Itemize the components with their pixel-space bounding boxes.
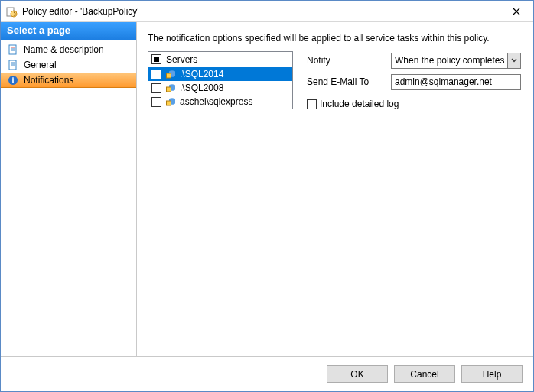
svg-rect-14 — [167, 73, 171, 78]
sidebar-item-general[interactable]: General — [1, 57, 136, 73]
notify-value: When the policy completes — [392, 55, 507, 66]
server-checkbox[interactable] — [151, 83, 161, 93]
server-checkbox[interactable]: ✓ — [151, 70, 161, 79]
servers-list: Servers ✓ .\SQL2014 .\SQL — [148, 51, 293, 109]
include-log-label: Include detailed log — [320, 99, 399, 109]
sidebar-item-label: Name & description — [24, 44, 104, 55]
window-title: Policy editor - 'BackupPolicy' — [22, 6, 500, 17]
sidebar-item-name-description[interactable]: Name & description — [1, 42, 136, 57]
email-field[interactable] — [391, 74, 521, 90]
server-name: .\SQL2008 — [180, 83, 223, 93]
footer: OK Cancel Help — [1, 356, 533, 391]
app-icon — [5, 5, 18, 18]
sidebar-item-label: General — [24, 60, 57, 70]
server-name: .\SQL2014 — [180, 69, 223, 79]
page-icon — [7, 59, 19, 71]
info-icon — [7, 74, 19, 86]
window-body: Select a page Name & description General — [1, 22, 533, 356]
cancel-button[interactable]: Cancel — [394, 365, 455, 383]
server-row[interactable]: ✓ .\SQL2014 — [148, 67, 292, 81]
titlebar: Policy editor - 'BackupPolicy' — [1, 1, 533, 22]
svg-rect-18 — [167, 101, 171, 105]
svg-rect-11 — [12, 77, 14, 79]
svg-rect-2 — [9, 45, 16, 54]
email-label: Send E-Mail To — [307, 76, 391, 87]
sidebar-item-notifications[interactable]: Notifications — [1, 73, 136, 88]
database-icon — [164, 82, 177, 94]
tristate-checkbox[interactable] — [151, 54, 161, 64]
notification-form: Notify When the policy completes Send E-… — [307, 51, 523, 109]
ok-button[interactable]: OK — [327, 365, 388, 383]
svg-rect-12 — [12, 79, 14, 83]
notify-label: Notify — [307, 55, 391, 66]
server-row[interactable]: .\SQL2008 — [148, 81, 292, 95]
hint-text: The notification options specified will … — [148, 33, 523, 44]
content-panel: The notification options specified will … — [137, 22, 533, 356]
help-button[interactable]: Help — [461, 365, 523, 383]
close-button[interactable] — [500, 1, 533, 22]
sidebar-item-label: Notifications — [24, 75, 73, 86]
include-log-checkbox[interactable] — [307, 99, 317, 109]
database-icon — [164, 68, 177, 80]
chevron-down-icon[interactable] — [507, 53, 520, 68]
server-checkbox[interactable] — [151, 97, 161, 107]
svg-rect-16 — [167, 87, 171, 92]
server-row[interactable]: aschel\sqlexpress — [148, 95, 292, 109]
notify-select[interactable]: When the policy completes — [391, 53, 521, 69]
database-icon — [164, 96, 177, 108]
policy-editor-window: Policy editor - 'BackupPolicy' Select a … — [0, 0, 534, 392]
page-icon — [7, 44, 19, 56]
svg-rect-6 — [9, 60, 16, 70]
sidebar-list: Name & description General Notifications — [1, 40, 136, 89]
sidebar-header: Select a page — [1, 22, 136, 40]
server-name: aschel\sqlexpress — [180, 96, 252, 107]
sidebar: Select a page Name & description General — [1, 22, 137, 356]
servers-header-row[interactable]: Servers — [148, 52, 292, 67]
svg-point-1 — [11, 11, 17, 17]
servers-header-label: Servers — [166, 54, 197, 65]
